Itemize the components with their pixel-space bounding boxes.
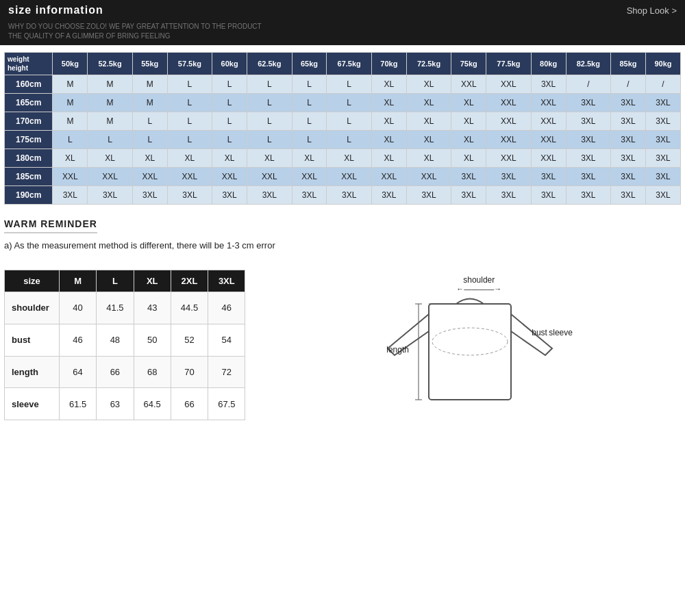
size-cell: / [566,75,610,94]
size-cell: L [212,131,247,149]
size-cell: L [292,131,327,149]
weight-col-header: 52.5kg [88,53,132,75]
size-cell: M [53,112,88,131]
height-cell: 180cm [5,149,53,168]
size-cell: L [212,75,247,94]
size-cell: / [611,75,646,94]
measure-value: 72 [208,356,245,388]
measure-col-header: M [59,270,96,292]
measure-value: 67.5 [208,388,245,420]
size-cell: M [88,112,132,131]
size-cell: L [247,112,292,131]
size-cell: XL [53,149,88,168]
garment-diagram: shoulder ←————→ [259,270,681,420]
height-cell: 190cm [5,186,53,205]
measure-value: 43 [134,292,171,324]
size-cell: L [247,131,292,149]
height-cell: 175cm [5,131,53,149]
size-cell: XXL [486,131,531,149]
size-cell: M [88,75,132,94]
measure-row-label: length [5,356,60,388]
size-cell: L [292,94,327,112]
size-cell: 3XL [212,186,247,205]
size-cell: XXL [531,94,566,112]
size-cell: L [247,75,292,94]
size-cell: XL [406,131,451,149]
size-cell: L [327,112,371,131]
size-cell: XL [167,149,212,168]
size-cell: 3XL [451,168,486,186]
measure-value: 41.5 [97,292,134,324]
size-cell: 3XL [566,168,610,186]
weight-col-header: 62.5kg [247,53,292,75]
size-cell: L [88,131,132,149]
size-cell: XL [371,75,406,94]
measure-value: 66 [97,356,134,388]
measure-value: 46 [208,292,245,324]
size-cell: L [167,75,212,94]
size-cell: 3XL [611,186,646,205]
weight-col-header: 72.5kg [406,53,451,75]
measure-row-label: shoulder [5,292,60,324]
measure-value: 52 [171,324,208,356]
size-cell: XXL [531,112,566,131]
subtitle-line2: THE QUALITY OF A GLIMMER OF BRING FEELIN… [8,31,677,41]
size-cell: XL [88,149,132,168]
size-cell: 3XL [645,112,680,131]
size-cell: 3XL [247,186,292,205]
measure-value: 46 [59,324,96,356]
warm-reminder-section: WARM REMINDER a) As the measurement meth… [0,211,685,253]
size-cell: 3XL [406,186,451,205]
size-cell: 3XL [645,186,680,205]
size-cell: / [645,75,680,94]
size-cell: XXL [371,168,406,186]
measure-value: 54 [208,324,245,356]
warm-reminder-notes: a) As the measurement method is differen… [4,240,681,251]
measurement-table: sizeMLXL2XL3XL shoulder4041.54344.546bus… [4,270,245,420]
corner-header: weightheight [5,53,53,75]
measure-value: 70 [171,356,208,388]
size-cell: XL [406,94,451,112]
size-cell: XXL [167,168,212,186]
shop-look-link[interactable]: Shop Look > [627,5,677,16]
size-cell: 3XL [167,186,212,205]
weight-col-header: 65kg [292,53,327,75]
height-cell: 185cm [5,168,53,186]
size-cell: L [167,131,212,149]
svg-rect-0 [429,304,511,400]
size-cell: XXL [406,168,451,186]
size-cell: 3XL [645,168,680,186]
size-cell: 3XL [53,186,88,205]
weight-height-section: weightheight50kg52.5kg55kg57.5kg60kg62.5… [0,45,685,211]
size-cell: XL [406,112,451,131]
measure-value: 40 [59,292,96,324]
size-cell: XL [406,75,451,94]
measure-col-header: L [97,270,134,292]
size-cell: L [167,112,212,131]
size-cell: XXL [451,75,486,94]
size-cell: L [247,94,292,112]
size-cell: 3XL [371,186,406,205]
measure-value: 64 [59,356,96,388]
weight-col-header: 70kg [371,53,406,75]
weight-col-header: 90kg [645,53,680,75]
reminder-note: a) As the measurement method is differen… [4,240,681,251]
size-cell: XL [406,149,451,168]
size-cell: 3XL [132,186,167,205]
size-cell: L [132,112,167,131]
size-cell: 3XL [566,149,610,168]
size-cell: 3XL [611,112,646,131]
measure-value: 50 [134,324,171,356]
size-cell: 3XL [486,186,531,205]
height-cell: 160cm [5,75,53,94]
bust-label: bust [532,328,547,337]
measure-value: 61.5 [59,388,96,420]
height-cell: 170cm [5,112,53,131]
measure-row-label: sleeve [5,388,60,420]
measure-col-header: 3XL [208,270,245,292]
size-cell: 3XL [611,168,646,186]
size-cell: XXL [531,149,566,168]
size-cell: XXL [486,112,531,131]
weight-height-table: weightheight50kg52.5kg55kg57.5kg60kg62.5… [4,52,681,205]
size-cell: 3XL [645,131,680,149]
